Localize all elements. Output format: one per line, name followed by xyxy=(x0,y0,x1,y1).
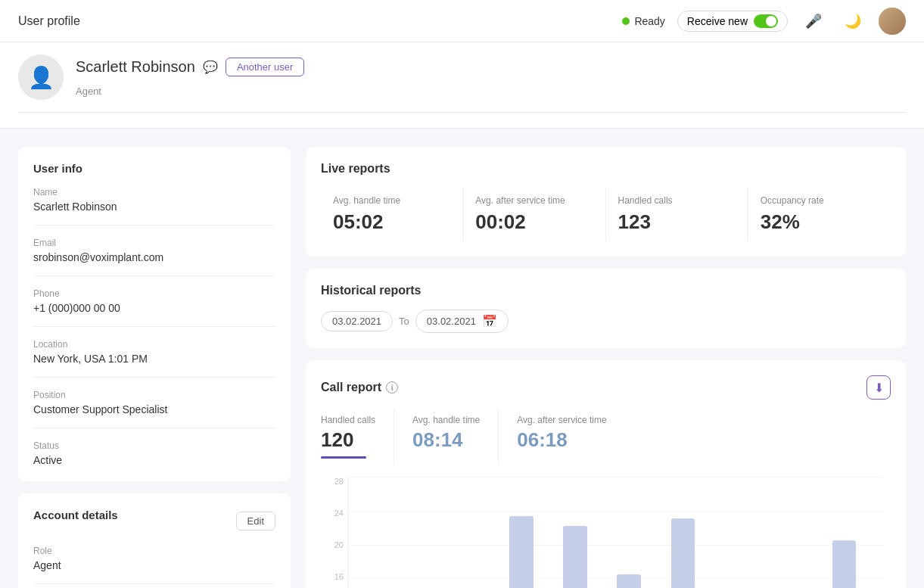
historical-reports-title: Historical reports xyxy=(321,284,891,297)
user-info-card: User info Name Scarlett Robinson Email s… xyxy=(18,147,291,481)
field-position: Position Customer Support Specialist xyxy=(33,390,275,428)
occupancy-value: 32% xyxy=(761,210,879,234)
date-from-value: 03.02.2021 xyxy=(332,316,381,327)
call-metrics: Handled calls 120 Avg. handle time 08:14… xyxy=(321,409,891,465)
profile-role: Agent xyxy=(76,86,101,97)
metric-avg-after: Avg. after service time 06:18 xyxy=(517,409,625,465)
live-report-handle-time: Avg. handle time 05:02 xyxy=(321,188,463,241)
field-status: Status Active xyxy=(33,440,275,466)
chart-bar-18 xyxy=(832,540,857,588)
live-report-occupancy: Occupancy rate 32% xyxy=(748,188,891,241)
chart-area: 28 24 20 16 12 xyxy=(321,477,891,588)
account-details-title: Account details xyxy=(33,509,118,521)
field-role-label: Role xyxy=(33,546,275,556)
field-role-value: Agent xyxy=(33,559,275,571)
avatar-image xyxy=(879,8,906,35)
field-phone-label: Phone xyxy=(33,288,275,299)
live-report-after-service: Avg. after service time 00:02 xyxy=(463,188,605,241)
field-email-label: Email xyxy=(33,238,275,248)
left-panel: User info Name Scarlett Robinson Email s… xyxy=(18,147,291,588)
field-location: Location New York, USA 1:01 PM xyxy=(33,339,275,378)
metric-avg-handle: Avg. handle time 08:14 xyxy=(412,409,499,465)
live-reports-card: Live reports Avg. handle time 05:02 Avg.… xyxy=(306,147,906,257)
profile-name-row: Scarlett Robinson 💬 Another user xyxy=(76,58,304,76)
chart-y-labels: 28 24 20 16 12 xyxy=(321,477,344,588)
top-bar-right: Ready Receive new 🎤 🌙 xyxy=(622,8,906,35)
date-to-label: To xyxy=(399,316,409,327)
calendar-icon[interactable]: 📅 xyxy=(482,314,497,328)
date-to-pill[interactable]: 03.02.2021 📅 xyxy=(415,310,509,333)
live-report-handled-calls: Handled calls 123 xyxy=(606,188,748,241)
field-position-value: Customer Support Specialist xyxy=(33,403,275,415)
field-position-label: Position xyxy=(33,390,275,400)
metric-avg-handle-value: 08:14 xyxy=(412,428,480,452)
occupancy-label: Occupancy rate xyxy=(761,195,879,206)
profile-name: Scarlett Robinson xyxy=(76,58,195,76)
field-email: Email srobinson@voximplant.com xyxy=(33,238,275,276)
page-title: User profile xyxy=(18,14,80,28)
ready-dot xyxy=(622,17,630,25)
ready-label: Ready xyxy=(634,15,664,27)
field-name: Name Scarlett Robinson xyxy=(33,187,275,226)
metric-handled-calls: Handled calls 120 xyxy=(321,409,394,465)
receive-new-label: Receive new xyxy=(687,15,748,27)
edit-button[interactable]: Edit xyxy=(236,512,275,530)
user-icon: 👤 xyxy=(28,65,54,90)
right-panel: Live reports Avg. handle time 05:02 Avg.… xyxy=(306,147,906,588)
field-location-label: Location xyxy=(33,339,275,350)
profile-name-section: Scarlett Robinson 💬 Another user Agent xyxy=(76,58,304,97)
date-to-value: 03.02.2021 xyxy=(427,316,476,327)
mic-button[interactable]: 🎤 xyxy=(800,8,827,35)
moon-button[interactable]: 🌙 xyxy=(839,8,866,35)
receive-new-button[interactable]: Receive new xyxy=(677,11,788,32)
call-report-card: Call report i ⬇ Handled calls 120 Avg. h… xyxy=(306,360,906,588)
account-details-header: Account details Edit xyxy=(33,509,275,534)
handle-time-value: 05:02 xyxy=(333,210,450,234)
chart-bar-12 xyxy=(671,518,695,588)
field-phone-value: +1 (000)000 00 00 xyxy=(33,302,275,314)
metric-handled-value: 120 xyxy=(321,428,375,452)
chart-bar-8 xyxy=(563,526,587,588)
y-label-28: 28 xyxy=(321,477,344,486)
download-button[interactable]: ⬇ xyxy=(866,375,891,400)
field-phone: Phone +1 (000)000 00 00 xyxy=(33,288,275,327)
account-details-card: Account details Edit Role Agent Queues V… xyxy=(18,493,291,588)
receive-new-toggle[interactable] xyxy=(754,14,778,28)
live-reports-grid: Avg. handle time 05:02 Avg. after servic… xyxy=(321,188,891,241)
field-status-value: Active xyxy=(33,454,275,466)
another-user-button[interactable]: Another user xyxy=(226,58,304,76)
y-label-16: 16 xyxy=(321,572,344,581)
profile-header: 👤 Scarlett Robinson 💬 Another user Agent xyxy=(18,54,906,113)
message-icon[interactable]: 💬 xyxy=(203,60,218,74)
info-icon[interactable]: i xyxy=(386,381,398,394)
profile-avatar: 👤 xyxy=(18,54,64,100)
metric-avg-after-label: Avg. after service time xyxy=(517,415,607,425)
field-role: Role Agent xyxy=(33,546,275,584)
call-report-title: Call report xyxy=(321,381,381,394)
date-from-pill[interactable]: 03.02.2021 xyxy=(321,311,393,331)
call-report-header: Call report i ⬇ xyxy=(321,375,891,400)
metric-avg-after-value: 06:18 xyxy=(517,428,607,452)
handle-time-label: Avg. handle time xyxy=(333,195,450,206)
metric-avg-handle-label: Avg. handle time xyxy=(412,415,480,425)
field-location-value: New York, USA 1:01 PM xyxy=(33,353,275,365)
chart-bar-10 xyxy=(617,574,641,588)
metric-underline xyxy=(321,456,366,459)
live-reports-title: Live reports xyxy=(321,162,891,176)
y-label-20: 20 xyxy=(321,540,344,549)
field-status-label: Status xyxy=(33,440,275,451)
field-email-value: srobinson@voximplant.com xyxy=(33,251,275,263)
after-service-label: Avg. after service time xyxy=(475,195,593,206)
page-content: User info Name Scarlett Robinson Email s… xyxy=(0,129,924,588)
after-service-value: 00:02 xyxy=(475,210,593,234)
date-range: 03.02.2021 To 03.02.2021 📅 xyxy=(321,310,891,333)
metric-handled-label: Handled calls xyxy=(321,415,375,425)
status-ready: Ready xyxy=(622,15,664,27)
avatar[interactable] xyxy=(879,8,906,35)
y-label-24: 24 xyxy=(321,509,344,518)
chart-bar-6 xyxy=(509,516,534,588)
historical-reports-card: Historical reports 03.02.2021 To 03.02.2… xyxy=(306,269,906,348)
top-bar: User profile Ready Receive new 🎤 🌙 xyxy=(0,0,924,42)
field-name-value: Scarlett Robinson xyxy=(33,201,275,213)
handled-calls-value: 123 xyxy=(618,210,736,234)
